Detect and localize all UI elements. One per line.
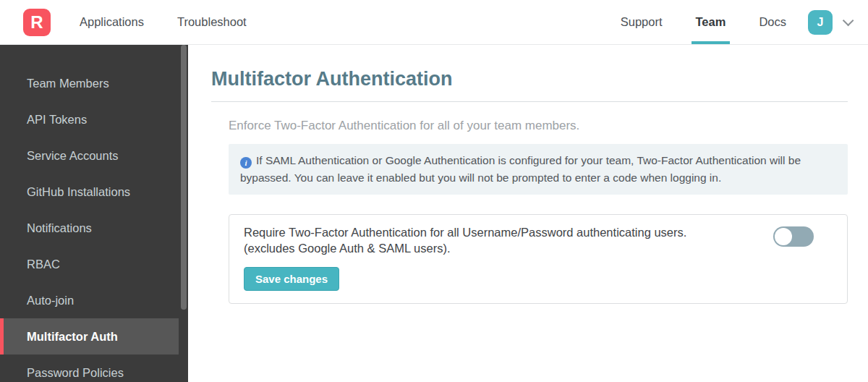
sidebar-item-label: Auto-join <box>27 294 74 307</box>
sidebar-item-api-tokens[interactable]: API Tokens <box>0 101 179 137</box>
sidebar-item-github-installations[interactable]: GitHub Installations <box>0 174 179 210</box>
secondary-nav: Support Team Docs J <box>587 0 851 44</box>
nav-label: Docs <box>759 15 786 29</box>
info-banner-text: If SAML Authentication or Google Authent… <box>240 154 801 184</box>
sidebar-item-password-policies[interactable]: Password Policies <box>0 355 179 382</box>
sidebar-item-label: RBAC <box>27 258 60 271</box>
toggle-knob <box>775 228 792 245</box>
avatar[interactable]: J <box>808 10 833 35</box>
nav-item-docs[interactable]: Docs <box>759 0 786 44</box>
page-title: Multifactor Authentication <box>211 68 848 102</box>
active-tab-underline <box>692 41 731 44</box>
sidebar-item-label: API Tokens <box>27 113 87 127</box>
sidebar-item-multifactor-auth[interactable]: Multifactor Auth <box>0 318 179 355</box>
sidebar-item-service-accounts[interactable]: Service Accounts <box>0 137 179 174</box>
sidebar-item-label: Multifactor Auth <box>27 330 118 344</box>
info-circle-icon: i <box>240 157 252 169</box>
settings-sidebar: Team Members API Tokens Service Accounts… <box>0 45 188 382</box>
sidebar-item-notifications[interactable]: Notifications <box>0 210 179 246</box>
card-text-line2: (excludes Google Auth & SAML users). <box>244 240 765 256</box>
nav-label: Applications <box>80 15 144 29</box>
nav-item-team[interactable]: Team <box>696 0 726 44</box>
two-factor-toggle[interactable] <box>773 226 814 247</box>
page-body: Team Members API Tokens Service Accounts… <box>0 45 868 382</box>
two-factor-card: Require Two-Factor Authentication for al… <box>229 214 848 304</box>
sidebar-item-label: Password Policies <box>27 366 124 380</box>
sidebar-item-label: GitHub Installations <box>27 185 130 199</box>
main-content: Multifactor Authentication Enforce Two-F… <box>188 45 868 382</box>
card-text-line1: Require Two-Factor Authentication for al… <box>244 224 765 240</box>
rollbar-logo[interactable]: R <box>23 9 51 36</box>
sidebar-item-label: Service Accounts <box>27 149 119 163</box>
nav-label: Team <box>696 15 726 29</box>
nav-label: Troubleshoot <box>177 15 247 29</box>
sidebar-scrollbar[interactable] <box>181 45 187 310</box>
top-header: R Applications Troubleshoot Support Team… <box>0 0 868 45</box>
nav-item-applications[interactable]: Applications <box>80 0 144 44</box>
sidebar-item-label: Notifications <box>27 221 92 235</box>
mfa-section: Enforce Two-Factor Authentication for al… <box>229 119 848 304</box>
nav-item-troubleshoot[interactable]: Troubleshoot <box>177 0 247 44</box>
user-menu[interactable]: J <box>808 10 851 35</box>
section-description: Enforce Two-Factor Authentication for al… <box>229 119 848 133</box>
logo-letter: R <box>30 12 43 33</box>
chevron-down-icon[interactable] <box>843 15 854 27</box>
sidebar-item-rbac[interactable]: RBAC <box>0 246 179 282</box>
sidebar-item-team-members[interactable]: Team Members <box>0 65 179 101</box>
avatar-initial: J <box>817 16 824 29</box>
sidebar-item-auto-join[interactable]: Auto-join <box>0 282 179 318</box>
nav-label: Support <box>621 15 663 29</box>
sidebar-item-label: Team Members <box>27 77 109 90</box>
save-changes-button[interactable]: Save changes <box>244 267 339 291</box>
nav-item-support[interactable]: Support <box>621 0 663 44</box>
info-icon-glyph: i <box>244 154 247 171</box>
primary-nav: Applications Troubleshoot <box>80 0 280 44</box>
info-banner: i If SAML Authentication or Google Authe… <box>229 144 848 195</box>
